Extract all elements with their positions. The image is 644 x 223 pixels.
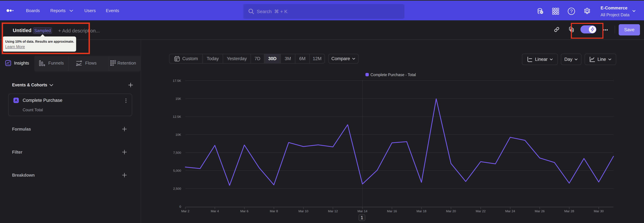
svg-text:Mar 20: Mar 20 [446,209,456,213]
svg-text:12.5K: 12.5K [173,115,181,119]
svg-text:Mar 28: Mar 28 [564,209,574,213]
svg-text:Mar 24: Mar 24 [505,209,515,213]
svg-text:15K: 15K [176,97,181,100]
svg-text:Mar 16: Mar 16 [387,209,397,213]
svg-text:Mar 8: Mar 8 [270,209,278,213]
svg-text:7,500: 7,500 [173,151,181,154]
svg-text:Mar 26: Mar 26 [535,209,544,213]
svg-text:10K: 10K [176,133,181,137]
svg-text:Mar 10: Mar 10 [298,209,308,213]
svg-text:0: 0 [179,205,181,208]
svg-text:Mar 18: Mar 18 [416,209,426,213]
svg-text:17.5K: 17.5K [173,79,181,82]
svg-text:Mar 2: Mar 2 [181,209,190,213]
svg-text:Mar 12: Mar 12 [328,209,338,213]
svg-text:Mar 4: Mar 4 [211,209,219,213]
svg-text:Mar 6: Mar 6 [240,209,248,213]
svg-text:Mar 22: Mar 22 [476,209,486,213]
svg-text:Mar 30: Mar 30 [594,209,604,213]
svg-text:2,500: 2,500 [173,187,181,190]
svg-text:Mar 14: Mar 14 [358,209,368,213]
svg-text:5,000: 5,000 [173,169,181,172]
